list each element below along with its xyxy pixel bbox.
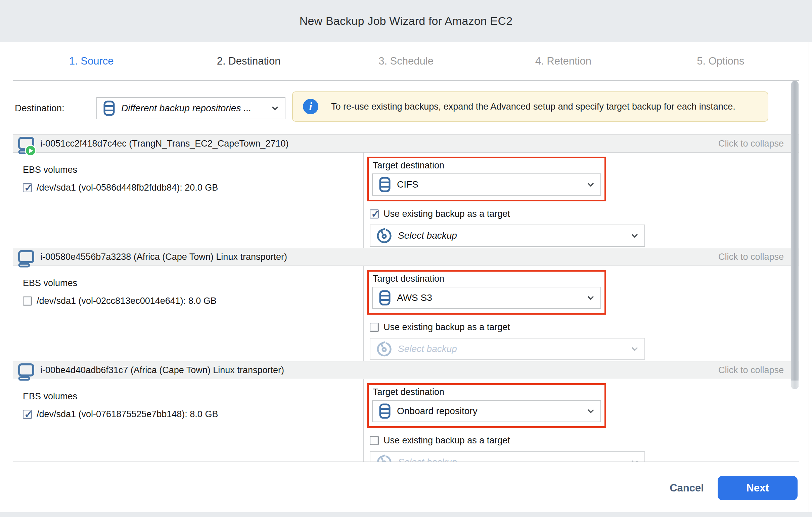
instance-name: i-0051cc2f418d7c4ec (TrangN_Trans_EC2_Ca… — [40, 138, 288, 149]
chevron-down-icon — [587, 296, 594, 300]
instance-body: EBS volumes /dev/sda1 (vol-02cc813ec0014… — [13, 266, 799, 361]
target-destination-label: Target destination — [372, 160, 601, 171]
ebs-volumes-label: EBS volumes — [23, 165, 363, 175]
volume-row: /dev/sda1 (vol-02cc813ec0014e641): 8.0 G… — [23, 296, 363, 306]
repository-icon — [103, 101, 115, 116]
page-title: New Backup Job Wizard for Amazon EC2 — [299, 15, 513, 28]
scrollbar-thumb[interactable] — [791, 81, 799, 389]
ebs-volumes-label: EBS volumes — [23, 278, 363, 289]
ebs-column: EBS volumes /dev/sda1 (vol-0586d448fb2fd… — [13, 153, 364, 248]
instance-header[interactable]: i-0051cc2f418d7c4ec (TrangN_Trans_EC2_Ca… — [13, 134, 799, 153]
target-column: Target destination AWS S3 — [364, 266, 799, 361]
step-options: 5. Options — [642, 42, 799, 80]
volume-label: /dev/sda1 (vol-0586d448fb2fddb84): 20.0 … — [37, 183, 218, 193]
target-destination-value: AWS S3 — [397, 293, 432, 303]
wizard-scroll-area: Destination: Different backup repositori… — [13, 80, 799, 462]
ebs-column: EBS volumes /dev/sda1 (vol-02cc813ec0014… — [13, 266, 364, 361]
backup-restore-icon — [376, 455, 392, 462]
instance-section: i-00be4d40adb6f31c7 (Africa (Cape Town) … — [13, 361, 799, 462]
chevron-down-icon — [631, 460, 638, 462]
select-backup-dropdown: Select backup — [370, 338, 645, 360]
instance-body: EBS volumes /dev/sda1 (vol-0586d448fb2fd… — [13, 153, 799, 248]
instance-section: i-00580e4556b7a3238 (Africa (Cape Town) … — [13, 248, 799, 361]
volume-row: /dev/sda1 (vol-0586d448fb2fddb84): 20.0 … — [23, 183, 363, 193]
use-existing-checkbox[interactable] — [370, 323, 379, 332]
step-retention: 4. Retention — [485, 42, 642, 80]
backup-restore-icon — [376, 228, 392, 243]
target-destination-dropdown[interactable]: Onboard repository — [372, 400, 601, 422]
select-backup-dropdown: Select backup — [370, 451, 645, 462]
info-icon: i — [303, 99, 318, 114]
wizard-titlebar: New Backup Job Wizard for Amazon EC2 — [0, 0, 812, 42]
use-existing-label: Use existing backup as a target — [383, 435, 510, 446]
target-column: Target destination Onboard repository — [364, 379, 799, 462]
select-backup-placeholder: Select backup — [398, 344, 457, 354]
chevron-down-icon — [587, 409, 594, 413]
ec2-instance-icon — [18, 249, 37, 269]
repository-icon — [379, 177, 391, 192]
volume-checkbox[interactable] — [23, 183, 32, 192]
target-column: Target destination CIFS — [364, 153, 799, 248]
destination-value: Different backup repositories ... — [121, 103, 252, 114]
collapse-hint: Click to collapse — [718, 365, 784, 376]
target-destination-dropdown[interactable]: AWS S3 — [372, 287, 601, 309]
instance-name: i-00580e4556b7a3238 (Africa (Cape Town) … — [40, 252, 287, 262]
use-existing-checkbox[interactable] — [370, 436, 379, 445]
backup-job-wizard-dialog: New Backup Job Wizard for Amazon EC2 1. … — [0, 0, 812, 517]
dialog-bottom-edge — [0, 512, 812, 517]
ebs-volumes-label: EBS volumes — [23, 391, 363, 402]
target-highlight-box: Target destination Onboard repository — [367, 383, 606, 428]
instance-header[interactable]: i-00be4d40adb6f31c7 (Africa (Cape Town) … — [13, 361, 799, 379]
volume-label: /dev/sda1 (vol-0761875525e7bb148): 8.0 G… — [37, 409, 218, 419]
target-destination-value: CIFS — [397, 179, 418, 190]
ec2-instance-icon — [18, 136, 37, 156]
target-destination-value: Onboard repository — [397, 406, 477, 416]
chevron-down-icon — [631, 347, 638, 351]
use-existing-label: Use existing backup as a target — [383, 209, 510, 219]
wizard-steps: 1. Source 2. Destination 3. Schedule 4. … — [13, 42, 799, 80]
instance-name: i-00be4d40adb6f31c7 (Africa (Cape Town) … — [40, 365, 284, 376]
target-destination-label: Target destination — [372, 387, 601, 397]
cancel-button[interactable]: Cancel — [667, 476, 707, 500]
destination-dropdown[interactable]: Different backup repositories ... — [96, 97, 285, 119]
select-backup-placeholder: Select backup — [398, 230, 457, 241]
ebs-column: EBS volumes /dev/sda1 (vol-0761875525e7b… — [13, 379, 364, 462]
destination-label: Destination: — [15, 97, 64, 119]
instance-header[interactable]: i-00580e4556b7a3238 (Africa (Cape Town) … — [13, 248, 799, 266]
info-banner-text: To re-use existing backups, expand the A… — [331, 102, 735, 112]
instance-body: EBS volumes /dev/sda1 (vol-0761875525e7b… — [13, 379, 799, 462]
dialog-right-border — [809, 42, 809, 512]
use-existing-checkbox[interactable] — [370, 210, 379, 218]
target-highlight-box: Target destination CIFS — [367, 157, 606, 201]
target-destination-dropdown[interactable]: CIFS — [372, 173, 601, 196]
chevron-down-icon — [631, 233, 638, 238]
use-existing-row: Use existing backup as a target — [370, 209, 799, 219]
volume-checkbox[interactable] — [23, 410, 32, 419]
use-existing-row: Use existing backup as a target — [370, 322, 799, 332]
step-source[interactable]: 1. Source — [13, 42, 170, 80]
chevron-down-icon — [587, 182, 594, 187]
volume-row: /dev/sda1 (vol-0761875525e7bb148): 8.0 G… — [23, 409, 363, 419]
running-state-icon — [25, 145, 36, 156]
chevron-down-icon — [271, 106, 279, 111]
info-banner: i To re-use existing backups, expand the… — [292, 91, 768, 122]
volume-checkbox[interactable] — [23, 297, 32, 305]
next-button[interactable]: Next — [718, 476, 798, 500]
repository-icon — [379, 403, 391, 419]
use-existing-row: Use existing backup as a target — [370, 435, 799, 446]
collapse-hint: Click to collapse — [718, 252, 784, 262]
instance-section: i-0051cc2f418d7c4ec (TrangN_Trans_EC2_Ca… — [13, 134, 799, 248]
backup-restore-icon — [376, 341, 392, 357]
select-backup-placeholder: Select backup — [398, 457, 457, 462]
destination-row: Destination: Different backup repositori… — [13, 81, 799, 125]
vertical-scrollbar — [791, 81, 799, 462]
ec2-instance-icon — [18, 363, 37, 382]
use-existing-label: Use existing backup as a target — [383, 322, 510, 332]
repository-icon — [379, 290, 391, 305]
step-destination[interactable]: 2. Destination — [170, 42, 327, 80]
target-destination-label: Target destination — [372, 274, 601, 284]
select-backup-dropdown[interactable]: Select backup — [370, 224, 645, 247]
step-schedule: 3. Schedule — [327, 42, 485, 80]
volume-label: /dev/sda1 (vol-02cc813ec0014e641): 8.0 G… — [37, 296, 216, 306]
collapse-hint: Click to collapse — [718, 138, 784, 149]
